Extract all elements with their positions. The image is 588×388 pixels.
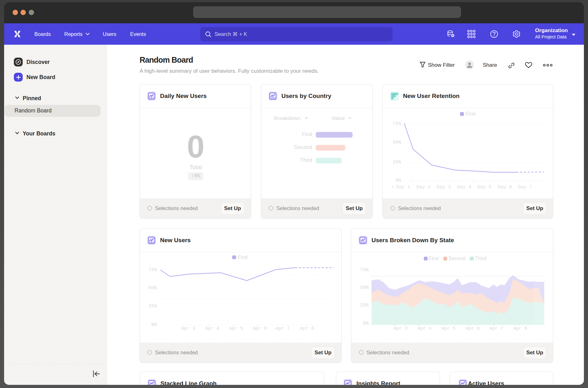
svg-text:0%: 0%: [395, 178, 401, 183]
svg-text:Apr 6: Apr 6: [253, 326, 267, 331]
svg-text:Apr 5: Apr 5: [441, 326, 455, 331]
svg-text:<: <: [391, 185, 394, 190]
svg-text:Apr 4: Apr 4: [417, 326, 431, 331]
svg-text:Day 7: Day 7: [518, 185, 532, 190]
svg-text:Day 6: Day 6: [498, 185, 512, 190]
svg-text:Day 2: Day 2: [416, 185, 430, 190]
svg-text:Day 4: Day 4: [457, 185, 471, 190]
svg-text:Day 3: Day 3: [436, 185, 451, 190]
svg-text:25%: 25%: [148, 304, 157, 309]
svg-text:Second: Second: [448, 256, 465, 261]
svg-text:0%: 0%: [363, 321, 369, 326]
svg-text:50%: 50%: [393, 140, 401, 145]
svg-text:50%: 50%: [360, 285, 369, 290]
svg-text:Apr 8: Apr 8: [300, 326, 314, 331]
svg-text:0%: 0%: [151, 322, 157, 328]
svg-text:25%: 25%: [360, 303, 369, 308]
svg-text:First: First: [466, 111, 476, 117]
svg-text:Apr 5: Apr 5: [229, 326, 243, 331]
svg-text:Apr 8: Apr 8: [513, 326, 527, 331]
svg-text:Day 1: Day 1: [396, 185, 410, 190]
svg-text:Apr 4: Apr 4: [205, 326, 219, 331]
svg-text:75%: 75%: [148, 267, 157, 273]
svg-text:First: First: [238, 254, 248, 260]
svg-text:Third: Third: [475, 256, 486, 261]
svg-text:Day 5: Day 5: [477, 185, 491, 190]
svg-text:25%: 25%: [393, 160, 401, 165]
svg-text:50%: 50%: [148, 285, 157, 291]
svg-text:75%: 75%: [360, 267, 369, 273]
svg-text:Apr 7: Apr 7: [275, 326, 290, 331]
svg-text:Apr 6: Apr 6: [465, 326, 480, 331]
svg-text:First: First: [429, 256, 439, 261]
svg-text:Apr 7: Apr 7: [489, 326, 503, 331]
svg-text:Apr 3: Apr 3: [181, 326, 195, 331]
svg-text:75%: 75%: [393, 121, 401, 127]
svg-text:Apr 3: Apr 3: [393, 326, 407, 331]
